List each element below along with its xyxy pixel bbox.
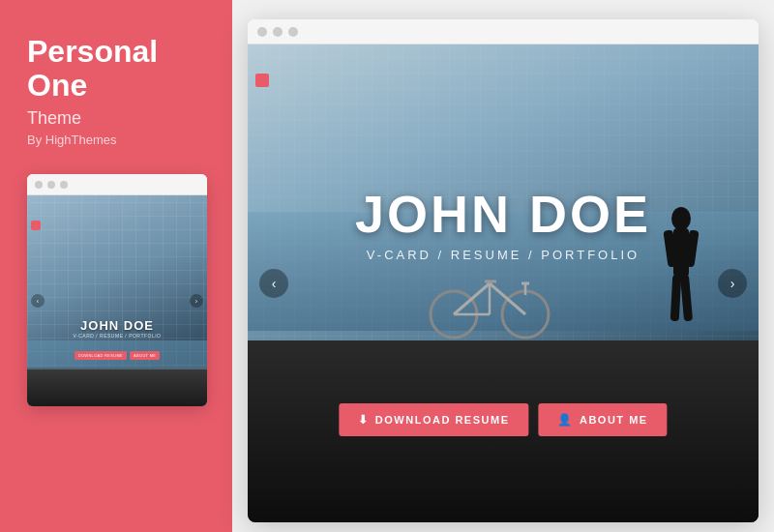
hero-cta-buttons: ⬇ DOWNLOAD RESUME 👤 ABOUT ME: [339, 403, 667, 436]
large-dot-3: [288, 27, 298, 37]
hero-center-text: JOHN DOE V-CARD / RESUME / PORTFOLIO: [355, 188, 651, 262]
small-cta-buttons: DOWNLOAD RESUME ABOUT ME: [27, 351, 207, 360]
small-nav-right[interactable]: ›: [190, 294, 203, 308]
svg-rect-4: [670, 275, 681, 321]
large-dot-2: [273, 27, 283, 37]
small-hero-tagline: V-CARD / RESUME / PORTFOLIO: [27, 333, 207, 339]
small-titlebar: [27, 174, 207, 195]
large-dot-1: [257, 27, 267, 37]
nav-arrow-right[interactable]: ›: [718, 269, 747, 298]
svg-line-8: [454, 283, 490, 314]
small-favicon: [31, 221, 41, 230]
theme-subtitle: Theme: [27, 108, 205, 129]
theme-author: By HighThemes: [27, 133, 205, 147]
dot-3: [60, 181, 68, 189]
nav-arrow-left[interactable]: ‹: [259, 269, 288, 298]
download-resume-button[interactable]: ⬇ DOWNLOAD RESUME: [339, 403, 528, 436]
large-mockup-content: JOHN DOE V-CARD / RESUME / PORTFOLIO ⬇ D…: [248, 44, 759, 522]
small-mockup: JOHN DOE V-CARD / RESUME / PORTFOLIO DOW…: [27, 174, 207, 406]
person-icon: 👤: [557, 413, 574, 427]
small-nav-left[interactable]: ‹: [31, 294, 45, 308]
dot-1: [35, 181, 43, 189]
large-mockup: JOHN DOE V-CARD / RESUME / PORTFOLIO ⬇ D…: [248, 19, 759, 522]
small-hero-name: JOHN DOE: [27, 318, 207, 333]
silhouette-man: [652, 201, 710, 340]
small-btn-download[interactable]: DOWNLOAD RESUME: [74, 351, 127, 360]
small-mockup-content: JOHN DOE V-CARD / RESUME / PORTFOLIO DOW…: [27, 195, 207, 406]
small-btn-about[interactable]: ABOUT ME: [130, 351, 160, 360]
small-ground: [27, 368, 207, 406]
large-favicon: [255, 74, 269, 87]
theme-title: Personal One: [27, 35, 205, 103]
right-panel: JOHN DOE V-CARD / RESUME / PORTFOLIO ⬇ D…: [232, 0, 774, 532]
large-titlebar: [248, 19, 759, 44]
svg-line-9: [490, 283, 525, 314]
bike: [427, 264, 552, 345]
about-me-label: ABOUT ME: [580, 414, 648, 426]
left-panel: Personal One Theme By HighThemes JOHN DO…: [0, 0, 232, 532]
hero-tagline: V-CARD / RESUME / PORTFOLIO: [355, 248, 651, 262]
svg-rect-5: [680, 275, 693, 322]
about-me-button[interactable]: 👤 ABOUT ME: [538, 403, 667, 436]
small-hero-text: JOHN DOE V-CARD / RESUME / PORTFOLIO: [27, 318, 207, 339]
download-resume-label: DOWNLOAD RESUME: [375, 414, 510, 426]
hero-name: JOHN DOE: [355, 188, 651, 240]
dot-2: [47, 181, 55, 189]
download-icon: ⬇: [358, 413, 370, 427]
svg-point-0: [671, 207, 691, 230]
